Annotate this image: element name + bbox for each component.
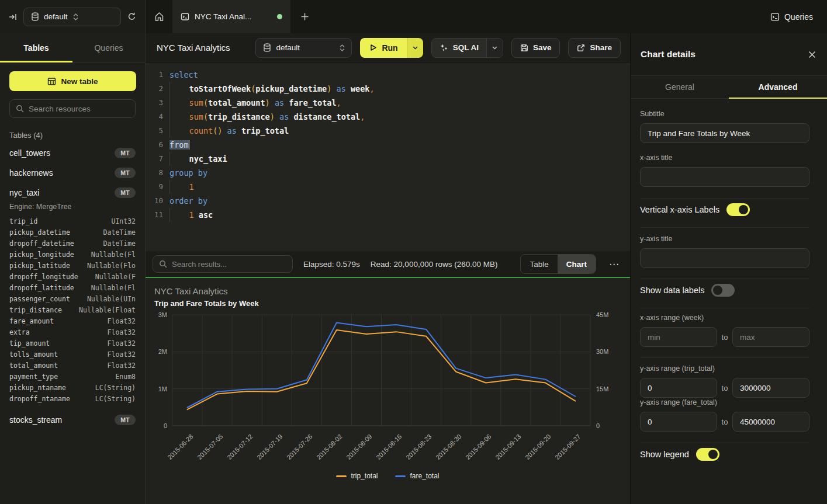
chart-panel: NYC Taxi Analytics Trip and Fare Totals … [146, 278, 630, 504]
code-line-5: 5 count() as trip_total [146, 124, 630, 138]
save-icon [520, 44, 528, 52]
sidebar: Tables Queries New table Tables (4) cell… [0, 33, 146, 504]
engine-badge: MT [115, 148, 136, 158]
sidebar-tab-queries[interactable]: Queries [72, 33, 145, 62]
sidebar-search [9, 99, 136, 118]
y-axis-range-fare-min-input[interactable] [640, 412, 717, 432]
view-toggle-chart[interactable]: Chart [558, 255, 596, 273]
divider [640, 308, 809, 308]
divider [640, 279, 809, 279]
x-axis-label: 2015-07-26 [285, 433, 313, 461]
vertical-x-axis-labels-row: Vertical x-axis Labels [640, 203, 750, 216]
x-axis-range-min-input[interactable] [640, 327, 717, 347]
line-number: 3 [146, 96, 163, 110]
view-toggle-table[interactable]: Table [521, 255, 557, 273]
x-axis-label: 2015-08-16 [375, 433, 403, 461]
legend-swatch [336, 475, 347, 477]
show-legend-row: Show legend [640, 448, 719, 461]
sql-editor[interactable]: 1select2 toStartOfWeek(pickup_datetime) … [146, 62, 630, 251]
toolbar-database-value: default [276, 43, 334, 52]
vertical-x-axis-labels-toggle[interactable] [726, 203, 750, 216]
legend-item-fare_total[interactable]: fare_total [395, 472, 439, 480]
table-name: nyc_taxi [9, 188, 39, 197]
close-icon[interactable] [808, 50, 816, 59]
save-label: Save [533, 43, 552, 52]
x-axis-label: 2015-09-27 [554, 433, 582, 461]
run-button[interactable]: Run [360, 38, 407, 58]
engine-badge: MT [115, 168, 136, 178]
subtitle-input[interactable] [640, 123, 809, 143]
code-line-3: 3 sum(total_amount) as fare_total, [146, 96, 630, 110]
chart-subtitle: Trip and Fare Totals by Week [154, 299, 259, 308]
home-icon[interactable] [146, 0, 172, 33]
sql-ai-options-button[interactable] [486, 39, 503, 57]
column-row-tolls_amount: tolls_amountFloat32 [0, 349, 145, 360]
search-resources-input[interactable] [29, 105, 129, 113]
table-row-hackernews[interactable]: hackernewsMT [0, 163, 145, 183]
y-axis-range-trip-min-input[interactable] [640, 378, 717, 398]
x-axis-label: 2015-07-05 [196, 433, 224, 461]
show-data-labels-toggle[interactable] [711, 284, 735, 297]
save-button[interactable]: Save [511, 38, 560, 58]
column-row-pickup_datetime: pickup_datetimeDateTime [0, 227, 145, 238]
divider [640, 357, 809, 358]
run-options-button[interactable] [407, 38, 423, 58]
column-row-trip_id: trip_idUInt32 [0, 215, 145, 227]
toolbar-database-select[interactable]: default [255, 38, 352, 58]
queries-button[interactable]: Queries [756, 0, 827, 33]
line-number: 2 [146, 82, 163, 96]
table-name: cell_towers [9, 148, 50, 158]
column-row-pickup_latitude: pickup_latitudeNullable(Flo [0, 260, 145, 271]
legend-label: fare_total [410, 472, 439, 480]
column-row-tip_amount: tip_amountFloat32 [0, 338, 145, 349]
queries-label: Queries [784, 12, 813, 22]
sql-console-app: default NYC Taxi Anal... [0, 0, 827, 504]
tab-nyc-taxi-analytics[interactable]: NYC Taxi Anal... [172, 0, 290, 33]
tab-title: NYC Taxi Anal... [195, 12, 272, 21]
code-line-4: 4 sum(trip_distance) as distance_total, [146, 110, 630, 124]
table-row-nyc_taxi[interactable]: nyc_taxiMT [0, 183, 145, 203]
database-select[interactable]: default [23, 8, 121, 26]
results-menu-icon[interactable]: ⋯ [607, 258, 622, 270]
y-axis-range-fare-max-input[interactable] [732, 412, 809, 432]
x-axis-label: 2015-09-13 [494, 433, 523, 461]
left-axis-tick: 3M [158, 312, 167, 318]
x-axis-label: 2015-07-12 [226, 433, 254, 461]
divider [640, 227, 809, 228]
x-axis-range-label: x-axis range (week) [640, 314, 704, 322]
results-search [153, 255, 293, 273]
tab-advanced[interactable]: Advanced [729, 76, 827, 98]
search-results-input[interactable] [172, 260, 286, 269]
y-axis-range-fare-label: y-axis range (fare_total) [640, 398, 717, 406]
legend-item-trip_total[interactable]: trip_total [336, 472, 378, 480]
collapse-sidebar-icon[interactable] [8, 12, 18, 22]
left-axis-tick: 2M [158, 348, 167, 355]
chart-details-title: Chart details [641, 49, 695, 60]
y-axis-title-input[interactable] [640, 248, 809, 268]
x-axis-range-max-input[interactable] [732, 327, 809, 347]
line-number: 1 [146, 68, 163, 82]
table-row-cell_towers[interactable]: cell_towersMT [0, 143, 145, 163]
new-tab-button[interactable] [290, 0, 319, 33]
line-chart: 01M2M3M015M30M45M [146, 312, 630, 435]
table-row-stocks_stream[interactable]: stocks_streamMT [0, 410, 145, 430]
text-cursor [189, 140, 190, 150]
chart-legend: trip_totalfare_total [146, 472, 630, 480]
tab-general[interactable]: General [631, 76, 729, 98]
results-toolbar: Elapsed: 0.579s Read: 20,000,000 rows (2… [146, 251, 630, 278]
sql-ai-button-group: SQL AI [431, 38, 503, 58]
new-table-label: New table [61, 77, 98, 86]
new-table-button[interactable]: New table [9, 71, 136, 91]
show-legend-toggle[interactable] [696, 448, 719, 461]
sql-ai-button[interactable]: SQL AI [432, 39, 486, 57]
share-button[interactable]: Share [568, 38, 621, 58]
line-number: 11 [146, 208, 163, 222]
column-row-pickup_ntaname: pickup_ntanameLC(String) [0, 382, 145, 393]
unsaved-changes-dot [277, 14, 282, 19]
refresh-icon[interactable] [127, 12, 137, 22]
sidebar-tab-tables[interactable]: Tables [0, 33, 72, 62]
line-number: 7 [146, 152, 163, 166]
y-axis-range-trip-max-input[interactable] [732, 378, 809, 398]
y-axis-range-fare-row: to [640, 412, 809, 432]
x-axis-title-input[interactable] [640, 167, 809, 187]
